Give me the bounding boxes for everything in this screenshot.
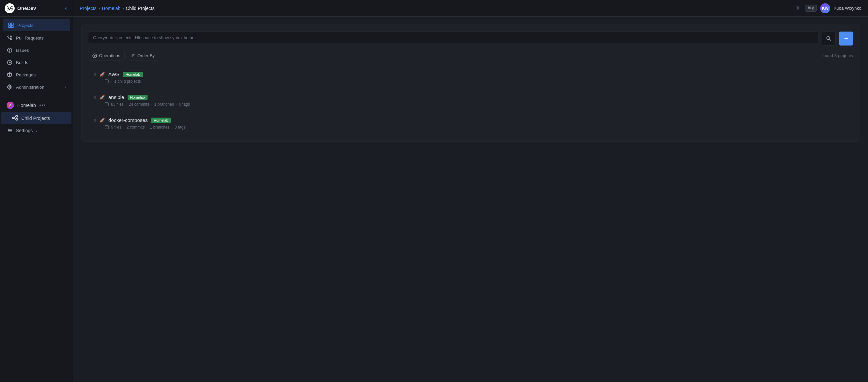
- svg-marker-12: [9, 61, 11, 63]
- search-input[interactable]: [88, 32, 818, 44]
- pull-requests-label: Pull Requests: [16, 36, 66, 40]
- ansible-tags: 0 tags: [179, 102, 190, 107]
- sidebar: 🐼 OneDev ‹ Projects Projects Pull Reques…: [0, 0, 73, 382]
- sidebar-item-settings[interactable]: Settings ›: [1, 125, 71, 136]
- homelab-more-icon[interactable]: •••: [39, 102, 46, 108]
- main-content: Projects › Homelab › Child Projects ☽ ⌘ …: [73, 0, 868, 382]
- avatar[interactable]: KW: [820, 3, 830, 13]
- sidebar-toggle-button[interactable]: ‹: [63, 4, 68, 12]
- kbd-cmd: ⌘: [808, 6, 811, 10]
- breadcrumb-projects-link[interactable]: Projects: [80, 6, 97, 11]
- operations-icon: [92, 54, 97, 58]
- docker-tags: 0 tags: [175, 125, 185, 130]
- issues-label: Issues: [16, 48, 66, 53]
- svg-point-10: [9, 51, 10, 52]
- packages-icon: [7, 72, 12, 78]
- docker-repo-icon: [104, 125, 109, 130]
- ansible-project-meta: 83 files · 24 commits · 1 branches · 0 t…: [94, 102, 847, 107]
- logo-area[interactable]: 🐼 OneDev: [5, 3, 36, 13]
- ansible-rocket-icon: 🚀: [100, 95, 105, 100]
- sidebar-item-homelab[interactable]: 🚀 Homelab •••: [1, 99, 71, 112]
- search-row: +: [88, 32, 853, 45]
- topbar: Projects › Homelab › Child Projects ☽ ⌘ …: [73, 0, 868, 17]
- kbd-k: K: [812, 6, 814, 10]
- docker-rocket-icon: 🚀: [100, 118, 105, 123]
- admin-icon: [7, 84, 12, 90]
- operations-button[interactable]: Operations: [88, 51, 125, 60]
- sidebar-item-pull-requests[interactable]: Pull Requests: [1, 32, 71, 44]
- aws-status-dot: [94, 73, 96, 76]
- svg-rect-0: [9, 23, 11, 25]
- svg-point-27: [827, 36, 830, 39]
- builds-icon: [7, 60, 12, 65]
- sidebar-item-administration[interactable]: Administration ›: [1, 81, 71, 93]
- docker-commits: 2 commits: [127, 125, 145, 130]
- aws-project-badge: Homelab: [123, 72, 143, 77]
- svg-rect-17: [16, 116, 18, 117]
- sidebar-item-builds[interactable]: Builds: [1, 57, 71, 68]
- pull-request-icon: [7, 35, 12, 41]
- toolbar-row: Operations Order By found 3 projects: [88, 51, 853, 60]
- add-project-button[interactable]: +: [839, 32, 853, 45]
- svg-line-28: [830, 39, 831, 40]
- table-row[interactable]: 🚀 docker-composes Homelab 9 files · 2 co…: [88, 112, 853, 134]
- table-row[interactable]: 🚀 ansible Homelab 83 files · 24 commits …: [88, 89, 853, 112]
- search-icon: [826, 36, 832, 41]
- table-row[interactable]: 🚀 AWS Homelab › 1 child projects: [88, 66, 853, 89]
- toolbar-left: Operations Order By: [88, 51, 159, 60]
- aws-rocket-icon: 🚀: [100, 72, 105, 77]
- search-button[interactable]: [822, 32, 836, 45]
- svg-point-4: [8, 36, 9, 37]
- aws-expand-icon: ›: [111, 79, 112, 84]
- docker-project-meta: 9 files · 2 commits · 1 branches · 0 tag…: [94, 125, 847, 130]
- order-by-icon: [131, 54, 135, 58]
- sidebar-item-child-projects[interactable]: Child Projects: [1, 112, 71, 124]
- settings-label: Settings: [16, 128, 33, 133]
- project-list: 🚀 AWS Homelab › 1 child projects: [88, 66, 853, 134]
- content-area: + Operations: [73, 17, 868, 382]
- username[interactable]: Kuba Wołynko: [833, 6, 861, 11]
- docker-branches: 1 branches: [150, 125, 169, 130]
- homelab-project-icon: 🚀: [7, 102, 14, 109]
- ansible-commits: 24 commits: [129, 102, 149, 107]
- svg-point-26: [9, 131, 10, 132]
- homelab-label: Homelab: [17, 103, 36, 108]
- ansible-branches: 1 branches: [154, 102, 174, 107]
- keyboard-shortcut-display: ⌘ K: [805, 5, 817, 12]
- ansible-status-dot: [94, 96, 96, 99]
- breadcrumb: Projects › Homelab › Child Projects: [80, 6, 155, 11]
- sidebar-item-projects[interactable]: Projects: [3, 19, 70, 31]
- logo-icon: 🐼: [5, 3, 14, 13]
- settings-chevron-icon: ›: [36, 128, 38, 133]
- nav-divider: [0, 96, 73, 96]
- svg-rect-3: [11, 26, 13, 28]
- breadcrumb-current: Child Projects: [126, 6, 155, 11]
- svg-rect-39: [105, 126, 108, 129]
- administration-label: Administration: [16, 85, 61, 90]
- order-by-button[interactable]: Order By: [127, 51, 159, 60]
- dark-mode-toggle[interactable]: ☽: [792, 3, 802, 13]
- aws-repo-icon: [104, 79, 109, 84]
- svg-point-5: [10, 38, 12, 40]
- sidebar-item-issues[interactable]: Issues: [1, 44, 71, 56]
- sidebar-header: 🐼 OneDev ‹: [0, 0, 73, 17]
- svg-rect-1: [11, 23, 13, 25]
- ansible-row-top: 🚀 ansible Homelab: [94, 94, 847, 100]
- app-name: OneDev: [17, 5, 36, 11]
- breadcrumb-homelab-link[interactable]: Homelab: [102, 6, 121, 11]
- ansible-files: 83 files: [111, 102, 124, 107]
- svg-rect-37: [105, 103, 108, 106]
- breadcrumb-sep-1: ›: [99, 6, 100, 11]
- svg-rect-2: [9, 26, 11, 28]
- grid-icon: [8, 22, 14, 28]
- builds-label: Builds: [16, 60, 66, 65]
- docker-project-name: docker-composes: [108, 117, 148, 123]
- ansible-repo-icon: [104, 102, 109, 107]
- order-by-label: Order By: [137, 53, 155, 58]
- child-projects-nav-icon: [12, 115, 18, 121]
- aws-row-top: 🚀 AWS Homelab: [94, 71, 847, 77]
- sidebar-item-packages[interactable]: Packages: [1, 69, 71, 81]
- docker-files: 9 files: [111, 125, 121, 130]
- search-input-wrap: [88, 32, 818, 45]
- docker-project-badge: Homelab: [151, 118, 171, 123]
